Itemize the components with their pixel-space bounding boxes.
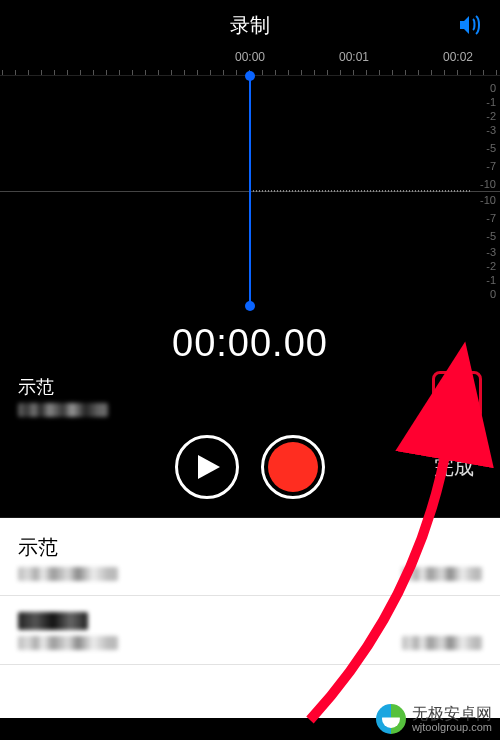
ruler-tick — [353, 70, 354, 75]
ruler-tick — [314, 70, 315, 75]
ruler-tick — [405, 70, 406, 75]
ruler-tick — [418, 70, 419, 75]
recordings-list: 示范 — [0, 518, 500, 718]
recording-name[interactable]: 示范 — [18, 375, 108, 399]
ruler-tick — [431, 70, 432, 75]
db-label: -10 — [480, 194, 496, 206]
db-label: 0 — [490, 82, 496, 94]
ruler-tick — [262, 70, 263, 75]
db-label: -2 — [486, 260, 496, 272]
svg-point-1 — [468, 402, 471, 405]
redacted-text — [18, 403, 108, 417]
ruler-tick — [67, 70, 68, 75]
recording-info-row: 示范 — [0, 375, 500, 429]
ruler-tick — [236, 70, 237, 75]
redacted-text — [18, 567, 118, 581]
svg-point-0 — [449, 383, 452, 386]
playhead-handle-top[interactable] — [245, 71, 255, 81]
ruler-tick — [93, 70, 94, 75]
redacted-text — [402, 636, 482, 650]
db-label: -3 — [486, 124, 496, 136]
watermark-name: 无极安卓网 — [412, 706, 492, 722]
watermark-url: wjtoolgroup.com — [412, 722, 492, 733]
ruler-tick — [80, 70, 81, 75]
waveform-area[interactable]: 0 -1 -2 -3 -5 -7 -10 -10 -7 -5 -3 -2 -1 … — [0, 76, 500, 306]
redacted-text — [18, 612, 88, 630]
ruler-tick — [470, 70, 471, 75]
db-label: -5 — [486, 142, 496, 154]
ruler-tick — [41, 70, 42, 75]
list-item[interactable]: 示范 — [0, 518, 500, 596]
ruler-tick — [457, 70, 458, 75]
controls-row: 完成 — [0, 429, 500, 518]
ruler-tick — [288, 70, 289, 75]
ruler-tick — [366, 70, 367, 75]
ruler-tick — [483, 70, 484, 75]
ruler-tick — [197, 70, 198, 75]
ruler-tick — [132, 70, 133, 75]
ruler-tick — [119, 70, 120, 75]
watermark-logo-icon — [376, 704, 406, 734]
ruler-tick — [223, 70, 224, 75]
db-label: -5 — [486, 230, 496, 242]
waveform-dots — [252, 190, 470, 192]
done-button[interactable]: 完成 — [434, 454, 474, 481]
watermark: 无极安卓网 wjtoolgroup.com — [376, 704, 492, 734]
trim-button[interactable] — [432, 371, 482, 421]
playhead-handle-bottom[interactable] — [245, 301, 255, 311]
ruler-tick — [327, 70, 328, 75]
db-label: -1 — [486, 274, 496, 286]
db-label: -3 — [486, 246, 496, 258]
ruler-tick — [54, 70, 55, 75]
ruler-tick — [340, 70, 341, 75]
list-item[interactable] — [0, 596, 500, 665]
tick-label: 00:01 — [339, 50, 369, 64]
ruler-tick — [275, 70, 276, 75]
tick-label: 00:00 — [235, 50, 265, 64]
redacted-text — [402, 567, 482, 581]
db-label: -7 — [486, 160, 496, 172]
record-button[interactable] — [261, 435, 325, 499]
speaker-icon[interactable] — [458, 14, 484, 40]
ruler-tick — [210, 70, 211, 75]
ruler-tick — [2, 70, 3, 75]
record-button-inner — [268, 442, 318, 492]
play-button[interactable] — [175, 435, 239, 499]
ruler-tick — [145, 70, 146, 75]
list-item-title: 示范 — [18, 534, 482, 561]
ruler-tick — [496, 70, 497, 75]
ruler-tick — [171, 70, 172, 75]
header: 录制 — [0, 0, 500, 50]
db-label: -7 — [486, 212, 496, 224]
playhead[interactable] — [249, 76, 251, 306]
db-label: 0 — [490, 288, 496, 300]
ruler-tick — [301, 70, 302, 75]
db-label: -10 — [480, 178, 496, 190]
ruler-tick — [184, 70, 185, 75]
redacted-text — [18, 636, 118, 650]
ruler-tick — [15, 70, 16, 75]
ruler-tick — [379, 70, 380, 75]
tick-label: 00:02 — [443, 50, 473, 64]
ruler-tick — [158, 70, 159, 75]
page-title: 录制 — [230, 12, 270, 39]
ruler-tick — [392, 70, 393, 75]
db-label: -1 — [486, 96, 496, 108]
ruler-tick — [106, 70, 107, 75]
ruler-tick — [28, 70, 29, 75]
db-label: -2 — [486, 110, 496, 122]
current-time: 00:00.00 — [0, 306, 500, 375]
ruler-tick — [444, 70, 445, 75]
